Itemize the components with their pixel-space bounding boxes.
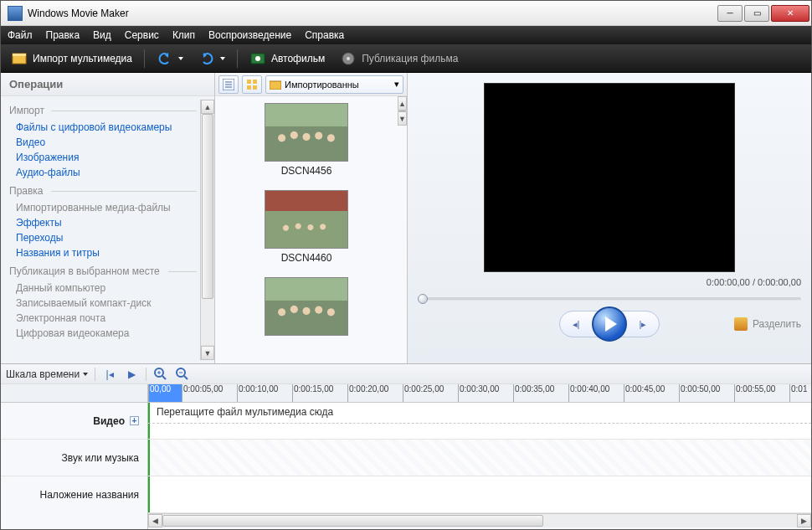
prev-frame-button[interactable]: ◂| (565, 316, 587, 332)
menu-edit[interactable]: Правка (46, 29, 80, 41)
publish-button[interactable]: Публикация фильма (337, 49, 461, 69)
ruler-tick: 00,00 (148, 384, 182, 402)
ruler-tick: 0:00:45,00 (624, 384, 679, 402)
audio-track[interactable] (148, 440, 811, 476)
timeline-mode-label: Шкала времени (6, 368, 80, 380)
task-link[interactable]: Файлы с цифровой видеокамеры (9, 120, 200, 135)
svg-point-3 (255, 56, 260, 61)
clip-item[interactable]: DSCN4460 (256, 190, 357, 272)
separator (95, 368, 95, 381)
title-track[interactable] (148, 476, 811, 513)
timeline-tracks: 00,000:00:05,000:00:10,000:00:15,000:00:… (148, 384, 811, 529)
publish-label: Публикация фильма (362, 53, 458, 64)
tasks-pane: Операции ИмпортФайлы с цифровой видеокам… (1, 73, 215, 363)
task-link[interactable]: Переходы (9, 230, 200, 245)
task-link[interactable]: Изображения (9, 150, 200, 165)
automovie-button[interactable]: Автофильм (246, 49, 328, 69)
rewind-button[interactable]: |◂ (102, 367, 117, 382)
svg-rect-11 (253, 80, 257, 84)
split-button[interactable]: Разделить (734, 317, 801, 331)
next-frame-button[interactable]: |▸ (632, 316, 654, 332)
task-link[interactable]: Аудио-файлы (9, 165, 200, 180)
collection-scrollbar[interactable]: ▲ ▼ (398, 96, 407, 363)
publish-icon (340, 50, 357, 67)
task-link: Электронная почта (9, 311, 200, 326)
clip-item[interactable]: DSCN4456 (256, 103, 357, 185)
menu-play[interactable]: Воспроизведение (208, 29, 291, 41)
task-group-title: Импорт (9, 105, 200, 116)
scroll-up-icon[interactable]: ▲ (398, 96, 407, 111)
tasks-body: ИмпортФайлы с цифровой видеокамерыВидеоИ… (1, 96, 214, 363)
scroll-right-icon[interactable]: ▶ (797, 514, 811, 527)
zoom-in-button[interactable] (153, 367, 168, 382)
collection-toolbar: Импортированны ▾ (215, 73, 407, 96)
preview-timecode: 0:00:00,00 / 0:00:00,00 (707, 277, 801, 287)
video-track-label: Видео + (1, 403, 147, 440)
play-timeline-button[interactable]: ▶ (124, 367, 139, 382)
scroll-thumb[interactable] (162, 515, 543, 527)
split-label: Разделить (753, 318, 801, 330)
task-link: Записываемый компакт-диск (9, 296, 200, 311)
undo-button[interactable] (153, 49, 187, 69)
scroll-down-icon[interactable]: ▼ (398, 111, 407, 126)
video-track[interactable]: Перетащите файл мультимедиа сюда (148, 403, 811, 440)
app-icon (8, 6, 23, 21)
ruler-tick: 0:00:15,00 (292, 384, 347, 402)
task-link[interactable]: Названия и титры (9, 245, 200, 260)
seek-knob[interactable] (418, 294, 428, 304)
task-link[interactable]: Видео (9, 135, 200, 150)
ruler-tick: 0:00:35,00 (513, 384, 568, 402)
play-button[interactable] (592, 306, 627, 342)
scroll-down-icon[interactable]: ▼ (201, 346, 214, 360)
expand-video-button[interactable]: + (130, 416, 139, 425)
close-button[interactable]: ✕ (771, 5, 809, 22)
split-icon (734, 317, 748, 331)
toolbar: Импорт мультимедиа Автофильм Публикация … (1, 44, 811, 73)
collection-dropdown[interactable]: Импортированны ▾ (265, 75, 403, 94)
svg-rect-13 (253, 85, 257, 90)
menu-view[interactable]: Вид (93, 29, 111, 41)
maximize-button[interactable]: ▭ (744, 5, 769, 22)
menu-clip[interactable]: Клип (172, 29, 195, 41)
timeline-pane: Шкала времени |◂ ▶ Видео + Звук или музы… (1, 363, 811, 529)
import-media-button[interactable]: Импорт мультимедиа (8, 49, 136, 69)
clip-item[interactable] (256, 277, 357, 336)
seek-bar[interactable] (418, 292, 801, 306)
preview-pane: 0:00:00,00 / 0:00:00,00 ◂| |▸ Разделить (408, 73, 811, 363)
scroll-thumb[interactable] (398, 111, 406, 112)
zoom-out-button[interactable] (175, 367, 190, 382)
menu-file[interactable]: Файл (8, 29, 33, 41)
ruler-tick: 0:00:20,00 (347, 384, 403, 402)
timeline-toolbar: Шкала времени |◂ ▶ (1, 364, 811, 384)
timeline-view-dropdown[interactable]: Шкала времени (6, 368, 88, 380)
title-track-label: Наложение названия (1, 476, 147, 513)
timeline-ruler[interactable]: 00,000:00:05,000:00:10,000:00:15,000:00:… (148, 384, 811, 403)
menu-tools[interactable]: Сервис (125, 29, 159, 41)
play-icon (605, 316, 617, 332)
ruler-label-spacer (1, 384, 147, 403)
playhead-marker[interactable] (148, 440, 150, 476)
scroll-left-icon[interactable]: ◀ (148, 514, 162, 527)
minimize-button[interactable]: ─ (717, 5, 743, 22)
view-details-button[interactable] (218, 75, 239, 94)
menu-help[interactable]: Справка (305, 29, 344, 41)
playhead-marker[interactable] (148, 403, 150, 439)
playhead-marker[interactable] (148, 476, 150, 512)
scroll-thumb[interactable] (202, 114, 213, 299)
redo-button[interactable] (195, 49, 229, 69)
timeline-hscrollbar[interactable]: ◀ ▶ (148, 513, 811, 527)
timeline-labels: Видео + Звук или музыка Наложение назван… (1, 384, 148, 529)
menubar: Файл Правка Вид Сервис Клип Воспроизведе… (1, 26, 811, 44)
task-link[interactable]: Эффекты (9, 215, 200, 230)
view-thumbnails-button[interactable] (242, 75, 262, 94)
task-group-title: Публикация в выбранном месте (9, 265, 200, 277)
preview-monitor (484, 83, 735, 272)
svg-line-20 (184, 376, 188, 379)
tasks-scrollbar[interactable]: ▲ ▼ (200, 100, 214, 360)
task-link: Данный компьютер (9, 280, 200, 296)
collection-body: DSCN4456DSCN4460 ▲ ▼ (215, 96, 407, 363)
undo-icon (157, 50, 173, 67)
svg-rect-14 (270, 81, 281, 90)
scroll-up-icon[interactable]: ▲ (201, 100, 214, 114)
automovie-label: Автофильм (271, 53, 325, 64)
